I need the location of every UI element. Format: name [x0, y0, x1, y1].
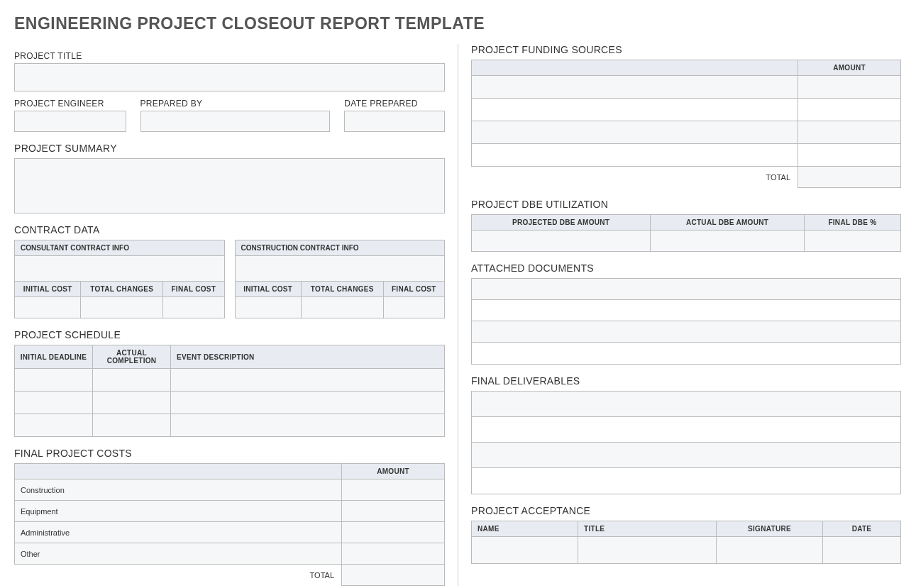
project-summary-input[interactable] — [14, 158, 445, 213]
project-acceptance-table: NAME TITLE SIGNATURE DATE — [471, 521, 901, 564]
sched-deadline-1[interactable] — [15, 369, 93, 392]
actual-dbe-input[interactable] — [651, 231, 805, 252]
construction-initial-cost-header: INITIAL COST — [235, 282, 301, 297]
consultant-initial-cost-input[interactable] — [15, 297, 81, 318]
project-engineer-label: PROJECT ENGINEER — [14, 99, 126, 109]
finalcosts-row-2-amount[interactable] — [342, 522, 445, 543]
finalcosts-row-1-amount[interactable] — [342, 501, 445, 522]
left-column: PROJECT TITLE PROJECT ENGINEER PREPARED … — [14, 44, 458, 586]
consultant-total-changes-header: TOTAL CHANGES — [81, 282, 163, 297]
project-schedule-table: INITIAL DEADLINE ACTUAL COMPLETION EVENT… — [14, 345, 445, 437]
funding-source-3[interactable] — [472, 121, 798, 144]
sched-deadline-3[interactable] — [15, 414, 93, 437]
funding-amount-4[interactable] — [798, 144, 901, 167]
funding-source-4[interactable] — [472, 144, 798, 167]
funding-amount-1[interactable] — [798, 76, 901, 99]
funding-amount-3[interactable] — [798, 121, 901, 144]
event-description-header: EVENT DESCRIPTION — [171, 345, 445, 369]
final-project-costs-table: AMOUNT Construction Equipment Administra… — [14, 463, 445, 586]
final-dbe-pct-header: FINAL DBE % — [804, 215, 900, 231]
acceptance-signature-header: SIGNATURE — [717, 521, 823, 537]
consultant-info-header: CONSULTANT CONTRACT INFO — [15, 240, 225, 256]
finalcosts-row-0-amount[interactable] — [342, 479, 445, 501]
funding-source-2[interactable] — [472, 99, 798, 121]
project-summary-label: PROJECT SUMMARY — [14, 143, 445, 154]
finalcosts-total-amount[interactable] — [342, 565, 445, 586]
deliverable-1[interactable] — [472, 392, 900, 417]
acceptance-date-header: DATE — [823, 521, 901, 537]
acceptance-name-header: NAME — [472, 521, 578, 537]
sched-completion-2[interactable] — [93, 392, 171, 414]
project-dbe-label: PROJECT DBE UTILIZATION — [471, 199, 901, 210]
sched-completion-1[interactable] — [93, 369, 171, 392]
acceptance-signature-input[interactable] — [717, 537, 823, 564]
contract-data-label: CONTRACT DATA — [14, 224, 445, 235]
finalcosts-row-3-amount[interactable] — [342, 543, 445, 565]
deliverable-3[interactable] — [472, 443, 900, 468]
right-column: PROJECT FUNDING SOURCES AMOUNT TOTAL PRO… — [458, 44, 901, 586]
projected-dbe-input[interactable] — [472, 231, 651, 252]
finalcosts-row-3-label: Other — [15, 543, 342, 565]
final-deliverables-list — [471, 391, 901, 494]
construction-total-changes-header: TOTAL CHANGES — [301, 282, 383, 297]
project-schedule-label: PROJECT SCHEDULE — [14, 329, 445, 340]
finalcosts-row-1-label: Equipment — [15, 501, 342, 522]
sched-event-3[interactable] — [171, 414, 445, 437]
funding-sources-table: AMOUNT TOTAL — [471, 60, 901, 188]
funding-amount-header: AMOUNT — [798, 60, 901, 76]
deliverable-4[interactable] — [472, 468, 900, 494]
sched-event-1[interactable] — [171, 369, 445, 392]
consultant-contract-table: CONSULTANT CONTRACT INFO INITIAL COST TO… — [14, 240, 225, 318]
final-dbe-pct-input[interactable] — [804, 231, 900, 252]
date-prepared-label: DATE PREPARED — [344, 99, 445, 109]
attached-doc-1[interactable] — [472, 279, 900, 300]
sched-deadline-2[interactable] — [15, 392, 93, 414]
initial-deadline-header: INITIAL DEADLINE — [15, 345, 93, 369]
acceptance-name-input[interactable] — [472, 537, 578, 564]
attached-documents-label: ATTACHED DOCUMENTS — [471, 262, 901, 274]
prepared-by-label: PREPARED BY — [140, 99, 331, 109]
date-prepared-input[interactable] — [344, 111, 445, 132]
construction-info-header: CONSTRUCTION CONTRACT INFO — [235, 240, 445, 256]
deliverable-2[interactable] — [472, 417, 900, 443]
finalcosts-amount-header: AMOUNT — [342, 464, 445, 479]
attached-documents-list — [471, 278, 901, 365]
finalcosts-empty-header — [15, 464, 342, 479]
project-acceptance-label: PROJECT ACCEPTANCE — [471, 505, 901, 516]
projected-dbe-header: PROJECTED DBE AMOUNT — [472, 215, 651, 231]
construction-initial-cost-input[interactable] — [235, 297, 301, 318]
construction-contract-table: CONSTRUCTION CONTRACT INFO INITIAL COST … — [235, 240, 446, 318]
consultant-info-input[interactable] — [15, 256, 225, 282]
attached-doc-3[interactable] — [472, 321, 900, 343]
acceptance-title-header: TITLE — [578, 521, 717, 537]
actual-completion-header: ACTUAL COMPLETION — [93, 345, 171, 369]
consultant-initial-cost-header: INITIAL COST — [15, 282, 81, 297]
actual-dbe-header: ACTUAL DBE AMOUNT — [651, 215, 805, 231]
construction-final-cost-header: FINAL COST — [383, 282, 444, 297]
final-project-costs-label: FINAL PROJECT COSTS — [14, 448, 445, 459]
funding-sources-label: PROJECT FUNDING SOURCES — [471, 44, 901, 55]
funding-amount-2[interactable] — [798, 99, 901, 121]
consultant-final-cost-header: FINAL COST — [163, 282, 224, 297]
dbe-table: PROJECTED DBE AMOUNT ACTUAL DBE AMOUNT F… — [471, 214, 901, 252]
construction-total-changes-input[interactable] — [301, 297, 383, 318]
finalcosts-total-label: TOTAL — [15, 565, 342, 586]
sched-completion-3[interactable] — [93, 414, 171, 437]
project-title-label: PROJECT TITLE — [14, 51, 445, 61]
funding-source-1[interactable] — [472, 76, 798, 99]
construction-info-input[interactable] — [235, 256, 445, 282]
consultant-final-cost-input[interactable] — [163, 297, 224, 318]
project-engineer-input[interactable] — [14, 111, 126, 132]
acceptance-title-input[interactable] — [578, 537, 717, 564]
project-title-input[interactable] — [14, 63, 445, 91]
sched-event-2[interactable] — [171, 392, 445, 414]
funding-total-amount[interactable] — [798, 167, 901, 188]
construction-final-cost-input[interactable] — [383, 297, 444, 318]
consultant-total-changes-input[interactable] — [81, 297, 163, 318]
funding-total-label: TOTAL — [472, 167, 798, 188]
prepared-by-input[interactable] — [140, 111, 331, 132]
acceptance-date-input[interactable] — [823, 537, 901, 564]
attached-doc-2[interactable] — [472, 300, 900, 321]
final-deliverables-label: FINAL DELIVERABLES — [471, 375, 901, 387]
attached-doc-4[interactable] — [472, 343, 900, 364]
